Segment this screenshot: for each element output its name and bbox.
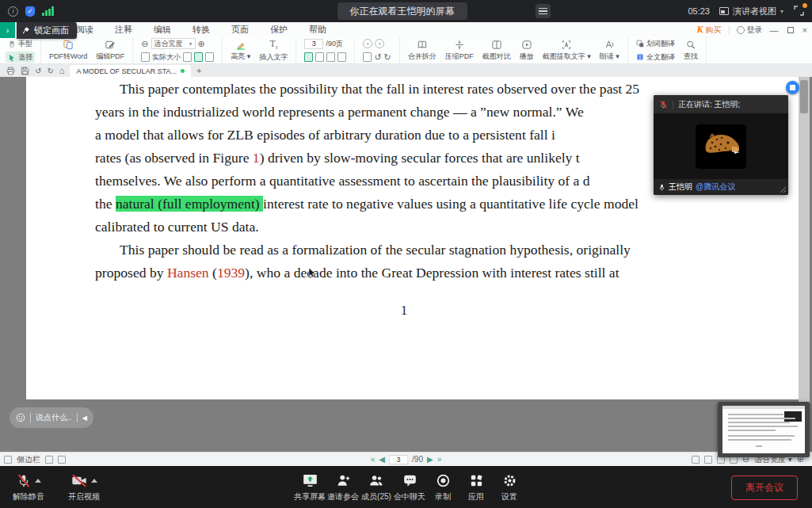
fullscreen-toggle[interactable] bbox=[793, 5, 806, 17]
page-number: 1 bbox=[95, 304, 713, 318]
layout-book-button[interactable] bbox=[337, 52, 346, 62]
prev-page-button[interactable]: ◀ bbox=[379, 455, 385, 464]
meeting-topbar: i ✓ 你正在观看王恺明的屏幕 05:23 演讲者视图 ▾ bbox=[0, 0, 812, 22]
shared-screen-thumbnail[interactable] bbox=[718, 402, 810, 457]
resize-handle[interactable] bbox=[780, 186, 787, 193]
actual-size-button[interactable]: 实际大小 bbox=[152, 52, 181, 63]
menu-tab-page[interactable]: 页面 bbox=[231, 24, 249, 36]
new-tab-button[interactable]: + bbox=[196, 66, 201, 75]
hand-tool-button[interactable]: 手型 bbox=[6, 38, 35, 49]
fit-width-button[interactable] bbox=[194, 52, 203, 62]
bookmark-panel-icon[interactable] bbox=[58, 456, 66, 464]
info-icon[interactable]: i bbox=[8, 6, 18, 17]
print-icon[interactable] bbox=[6, 67, 15, 75]
read-aloud-button[interactable]: 朗读 ▾ bbox=[597, 38, 622, 63]
restore-button[interactable] bbox=[787, 27, 794, 33]
play-button[interactable]: 播放 bbox=[517, 38, 536, 63]
unmute-button[interactable]: 解除静音 bbox=[6, 470, 51, 502]
security-shield-icon[interactable]: ✓ bbox=[25, 6, 35, 17]
layout-continuous-button[interactable] bbox=[326, 52, 335, 62]
zoom-level-select[interactable]: 适合宽度▾ bbox=[151, 38, 196, 49]
login-button[interactable]: 登录 bbox=[737, 25, 763, 36]
text-line: the natural (full employment) interest r… bbox=[95, 193, 799, 216]
pdf-to-word-button[interactable]: PDF转Word bbox=[47, 38, 90, 63]
apps-button[interactable]: 应用 bbox=[459, 470, 493, 502]
speaker-video-panel[interactable]: 正在讲话: 王恺明; bbox=[654, 95, 788, 195]
sidebar-label[interactable]: 侧边栏 bbox=[17, 454, 40, 465]
zoom-out-button[interactable]: ⊖ bbox=[141, 40, 148, 48]
buy-button[interactable]: K购买 bbox=[697, 24, 722, 36]
reading-mode-button[interactable] bbox=[363, 52, 372, 62]
next-view-button[interactable]: › bbox=[375, 39, 384, 48]
single-page-button[interactable] bbox=[205, 52, 214, 62]
prev-view-button[interactable]: ‹ bbox=[363, 39, 372, 48]
save-icon[interactable] bbox=[21, 67, 29, 75]
menu-tab-comment[interactable]: 注释 bbox=[115, 24, 132, 36]
meeting-chat-button[interactable]: 会中聊天 bbox=[393, 470, 426, 502]
thumbnail-panel-icon[interactable] bbox=[45, 456, 53, 464]
collapse-sidebar-button[interactable]: › bbox=[0, 22, 15, 38]
camera-off-icon bbox=[71, 473, 87, 488]
first-page-button[interactable]: « bbox=[371, 455, 376, 464]
next-page-button[interactable]: ▶ bbox=[427, 455, 433, 464]
page-total-label: /90 bbox=[412, 455, 423, 464]
merge-split-button[interactable]: 合并拆分 bbox=[406, 38, 439, 63]
emoji-icon[interactable] bbox=[16, 413, 25, 422]
notification-dot bbox=[802, 3, 807, 8]
rotate-right-button[interactable]: ↻ bbox=[384, 53, 391, 62]
record-button[interactable]: 录制 bbox=[426, 470, 459, 502]
vertical-scrollbar[interactable] bbox=[799, 77, 810, 452]
view-mode-1-icon[interactable] bbox=[692, 456, 700, 464]
status-page-input[interactable] bbox=[389, 455, 408, 464]
menu-tab-protect[interactable]: 保护 bbox=[270, 24, 288, 36]
chat-quick-input[interactable]: 说点什么... ◀ bbox=[10, 407, 93, 428]
members-button[interactable]: 成员(25) bbox=[360, 470, 393, 502]
pdf-toolbar: 手型 选择 PDF转Word 编辑PDF bbox=[0, 37, 812, 64]
floating-assistant-button[interactable] bbox=[786, 81, 799, 94]
toolbar-page-input[interactable] bbox=[304, 39, 323, 49]
network-signal-icon bbox=[42, 6, 54, 16]
screenshot-compare-button[interactable]: 截图对比 bbox=[480, 38, 513, 63]
mic-icon bbox=[658, 183, 665, 192]
full-translate-button[interactable]: 全文翻译 bbox=[634, 52, 677, 63]
home-icon[interactable]: ⌂ bbox=[59, 66, 65, 75]
last-page-button[interactable]: » bbox=[437, 455, 442, 464]
fit-page-button[interactable] bbox=[183, 52, 192, 62]
undo-icon[interactable]: ↺ bbox=[35, 67, 41, 75]
redo-icon[interactable]: ↻ bbox=[47, 67, 53, 75]
view-mode-select[interactable]: 演讲者视图 ▾ bbox=[719, 6, 783, 17]
settings-button[interactable]: 设置 bbox=[493, 470, 526, 502]
layout-two-page-button[interactable] bbox=[315, 52, 324, 62]
zoom-in-button[interactable]: ⊕ bbox=[198, 40, 205, 48]
chat-placeholder[interactable]: 说点什么... bbox=[36, 412, 72, 423]
camera-options-arrow[interactable] bbox=[91, 479, 97, 483]
start-video-button[interactable]: 开启视频 bbox=[62, 470, 106, 502]
menu-tab-edit[interactable]: 编辑 bbox=[154, 24, 171, 36]
menu-tab-convert[interactable]: 转换 bbox=[193, 24, 210, 36]
share-screen-button[interactable]: 共享屏幕 bbox=[293, 470, 326, 502]
scrollbar-thumb[interactable] bbox=[800, 80, 808, 113]
lock-view-button[interactable]: 锁定画面 bbox=[17, 22, 77, 39]
rotate-left-button[interactable]: ↺ bbox=[374, 53, 381, 62]
menu-tab-help[interactable]: 帮助 bbox=[309, 24, 326, 36]
collapse-chat-icon[interactable]: ◀ bbox=[82, 414, 87, 422]
minimize-button[interactable]: — bbox=[770, 25, 779, 35]
word-translate-button[interactable]: 划词翻译 bbox=[634, 38, 677, 49]
mic-options-arrow[interactable] bbox=[35, 479, 41, 483]
view-mode-2-icon[interactable] bbox=[704, 456, 712, 464]
close-button[interactable]: × bbox=[802, 25, 807, 35]
select-tool-button[interactable]: 选择 bbox=[6, 52, 35, 63]
menu-tab-read[interactable]: 阅读 bbox=[76, 24, 93, 36]
highlight-button[interactable]: 高亮 ▾ bbox=[228, 38, 253, 63]
edit-pdf-button[interactable]: 编辑PDF bbox=[93, 38, 127, 63]
document-tab[interactable]: A MODEL OF SECULAR STA... bbox=[70, 65, 191, 77]
find-button[interactable]: 查找 bbox=[681, 38, 700, 63]
compress-pdf-button[interactable]: 压缩PDF bbox=[443, 38, 476, 63]
insert-text-button[interactable]: TI 插入文字 bbox=[257, 37, 290, 64]
ocr-extract-button[interactable]: 截图提取文字 ▾ bbox=[540, 38, 593, 63]
topbar-menu-button[interactable] bbox=[536, 4, 551, 18]
layout-one-page-button[interactable] bbox=[304, 52, 313, 62]
leave-meeting-button[interactable]: 离开会议 bbox=[731, 476, 798, 500]
invite-button[interactable]: 邀请参会 bbox=[326, 470, 360, 502]
sidebar-toggle-icon[interactable] bbox=[4, 456, 12, 464]
